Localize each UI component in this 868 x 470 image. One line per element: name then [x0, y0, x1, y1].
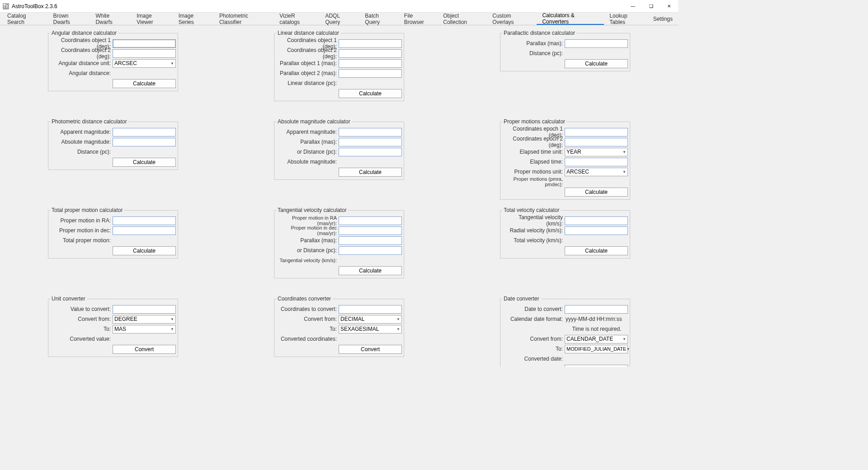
coords-input[interactable]	[339, 305, 402, 314]
parallax-input[interactable]	[339, 236, 402, 245]
calculate-button[interactable]: Calculate	[565, 59, 628, 68]
elapsed-time-unit-select[interactable]: YEAR▼	[565, 148, 628, 156]
calculate-button[interactable]: Calculate	[339, 89, 402, 98]
appmag-input[interactable]	[339, 128, 402, 136]
label: Coordinates object 2 (deg):	[50, 47, 113, 60]
label: To:	[276, 326, 339, 332]
coord2-input[interactable]	[339, 49, 402, 58]
coord2-input[interactable]	[565, 138, 628, 146]
tab-object-collection[interactable]: Object Collection	[438, 13, 487, 25]
close-button[interactable]: ✕	[660, 0, 678, 12]
panel-proper-motions: Proper motions calculator Coordinates ep…	[500, 118, 630, 200]
convert-from-select[interactable]: DECIMAL▼	[339, 315, 402, 324]
parallax-input[interactable]	[339, 138, 402, 146]
label: Total proper motion:	[50, 237, 113, 244]
label: Parallax (mas):	[502, 40, 565, 47]
app-icon	[3, 3, 9, 9]
distance-input[interactable]	[339, 246, 402, 255]
pmra-input[interactable]	[339, 216, 402, 225]
tab-lookup-tables[interactable]: Lookup Tables	[604, 13, 647, 25]
calculate-button[interactable]: Calculate	[565, 246, 628, 255]
panel-legend: Parallactic distance calculator	[502, 30, 576, 36]
convert-to-select[interactable]: MODIFIED_JULIAN_DATE▼	[565, 345, 628, 353]
date-format-note: yyyy-MM-dd HH:mm:ss	[565, 316, 628, 322]
calculate-button[interactable]: Calculate	[113, 79, 176, 88]
plx2-input[interactable]	[339, 69, 402, 78]
tab-image-viewer[interactable]: Image Viewer	[131, 13, 173, 25]
date-input[interactable]	[565, 305, 628, 314]
tab-brown-dwarfs[interactable]: Brown Dwarfs	[47, 13, 90, 25]
label: Proper motion in dec (mas/yr):	[276, 225, 339, 236]
label: Converted coordinates:	[276, 336, 339, 342]
label: Angular distance unit:	[50, 60, 113, 66]
label: Proper motion in RA (mas/yr):	[276, 215, 339, 226]
tab-custom-overlays[interactable]: Custom Overlays	[487, 13, 537, 25]
tab-batch-query[interactable]: Batch Query	[359, 13, 398, 25]
value-input[interactable]	[113, 305, 176, 314]
elapsed-time-input[interactable]	[565, 158, 628, 166]
calculate-button[interactable]: Calculate	[565, 188, 628, 197]
tab-white-dwarfs[interactable]: White Dwarfs	[90, 13, 131, 25]
panel-total-proper-motion: Total proper motion calculator Proper mo…	[48, 207, 178, 258]
convert-button[interactable]: Convert	[565, 365, 628, 367]
panel-legend: Total proper motion calculator	[50, 207, 124, 213]
tab-image-series[interactable]: Image Series	[173, 13, 214, 25]
coord1-input[interactable]	[565, 128, 628, 136]
tab-adql-query[interactable]: ADQL Query	[320, 13, 359, 25]
tanvel-input[interactable]	[565, 216, 628, 225]
panel-legend: Tangential velocity calculator	[276, 207, 348, 213]
panel-linear-distance: Linear distance calculator Coordinates o…	[274, 30, 404, 101]
convert-button[interactable]: Convert	[339, 345, 402, 354]
parallax-input[interactable]	[565, 39, 628, 48]
convert-to-select[interactable]: MAS▼	[113, 325, 176, 334]
tab-photometric-classifier[interactable]: Photometric Classifier	[214, 13, 274, 25]
panel-total-velocity: Total velocity calculator Tangential vel…	[500, 207, 630, 258]
date-note: Time is not required.	[565, 326, 628, 332]
panel-legend: Angular distance calculator	[50, 30, 118, 36]
pmra-input[interactable]	[113, 216, 176, 225]
tab-vizier-catalogs[interactable]: VizieR catalogs	[274, 13, 320, 25]
coord1-input[interactable]	[113, 39, 176, 48]
convert-to-select[interactable]: SEXAGESIMAL▼	[339, 325, 402, 334]
convert-from-select[interactable]: DEGREE▼	[113, 315, 176, 324]
chevron-down-icon: ▼	[396, 327, 400, 331]
coord2-input[interactable]	[113, 49, 176, 58]
calculate-button[interactable]: Calculate	[339, 168, 402, 177]
chevron-down-icon: ▼	[623, 337, 626, 341]
panel-unit-converter: Unit converter Value to convert: Convert…	[48, 296, 178, 357]
svg-rect-2	[6, 5, 8, 8]
minimize-button[interactable]: —	[624, 0, 642, 12]
unit-select[interactable]: ARCSEC▼	[113, 59, 176, 68]
absmag-input[interactable]	[113, 138, 176, 146]
label: Radial velocity (km/s):	[502, 227, 565, 234]
tab-bar: Catalog SearchBrown DwarfsWhite DwarfsIm…	[0, 13, 678, 25]
coord1-input[interactable]	[339, 39, 402, 48]
label: Total velocity (km/s):	[502, 237, 565, 244]
convert-from-select[interactable]: CALENDAR_DATE▼	[565, 335, 628, 343]
pmdec-input[interactable]	[339, 226, 402, 235]
panel-legend: Photometric distance calculator	[50, 118, 128, 125]
label: To:	[502, 346, 565, 352]
appmag-input[interactable]	[113, 128, 176, 136]
label: Distance (pc):	[502, 50, 565, 56]
tab-settings[interactable]: Settings	[648, 13, 678, 25]
tab-file-browser[interactable]: File Browser	[399, 13, 438, 25]
panel-legend: Coordinates converter	[276, 296, 332, 302]
radvel-input[interactable]	[565, 226, 628, 235]
maximize-button[interactable]: ❏	[642, 0, 660, 12]
pmdec-input[interactable]	[113, 226, 176, 235]
tab-catalog-search[interactable]: Catalog Search	[2, 13, 47, 25]
label: Proper motion in dec:	[50, 227, 113, 234]
label: Elapsed time:	[502, 159, 565, 165]
label: Parallax (mas):	[276, 237, 339, 244]
distance-input[interactable]	[339, 148, 402, 156]
calculate-button[interactable]: Calculate	[339, 266, 402, 275]
calculate-button[interactable]: Calculate	[113, 158, 176, 167]
calculate-button[interactable]: Calculate	[113, 246, 176, 255]
panel-legend: Absolute magnitude calculator	[276, 118, 352, 125]
pm-unit-select[interactable]: ARCSEC▼	[565, 168, 628, 176]
tab-calculators-converters[interactable]: Calculators & Converters	[537, 13, 604, 25]
plx1-input[interactable]	[339, 59, 402, 68]
label: Coordinates object 2 (deg):	[276, 47, 339, 60]
convert-button[interactable]: Convert	[113, 345, 176, 354]
